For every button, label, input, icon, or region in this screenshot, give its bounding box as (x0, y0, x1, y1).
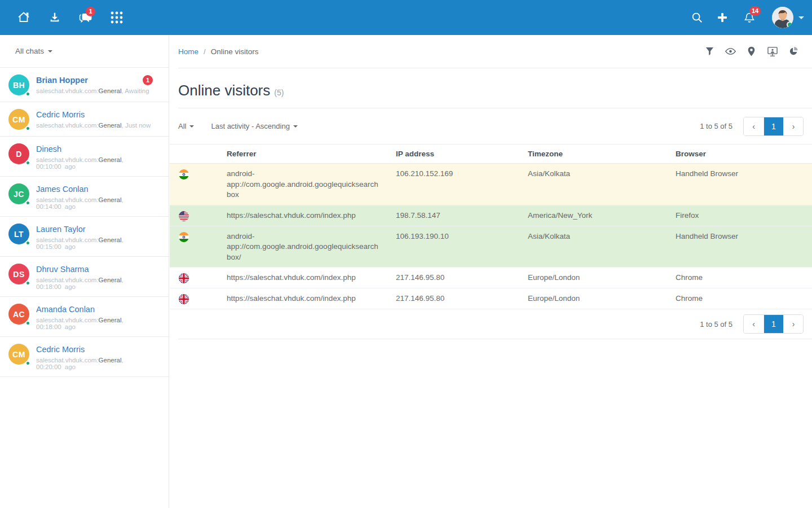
online-dot (25, 91, 30, 97)
chat-meta: , Awaiting (122, 87, 149, 94)
download-button[interactable] (39, 0, 70, 35)
chat-site: saleschat.vhduk.com: (36, 196, 99, 203)
pager: ‹ 1 › (743, 314, 804, 334)
online-dot (25, 160, 30, 165)
pagination-bottom: 1 to 5 of 5 ‹ 1 › (700, 314, 804, 334)
visitors-table: Referrer IP address Timezone Browser and… (170, 144, 812, 309)
chat-item-brian-hopper[interactable]: BH Brian Hopper saleschat.vhduk.com:Gene… (0, 68, 169, 102)
plus-icon (717, 12, 728, 23)
chat-ago: ago (65, 323, 76, 330)
home-button[interactable] (8, 0, 39, 35)
breadcrumb-home-link[interactable]: Home (178, 47, 198, 56)
visitor-row[interactable]: android-app://com.google.android.googleq… (170, 164, 812, 205)
user-menu[interactable] (772, 7, 804, 28)
timezone-cell: Asia/Kolkata (528, 226, 676, 268)
pager: ‹ 1 › (743, 117, 804, 136)
chat-group: General (99, 317, 122, 323)
chat-name: Cedric Morris (36, 344, 160, 354)
filter-icon[interactable] (699, 40, 720, 63)
page-1-button[interactable]: 1 (764, 315, 783, 333)
chat-item-cedric-morris-2[interactable]: CM Cedric Morris saleschat.vhduk.com:Gen… (0, 337, 169, 377)
prev-page-button[interactable]: ‹ (744, 315, 764, 333)
grid-icon (109, 10, 124, 25)
chat-group: General (99, 357, 122, 364)
avatar-initials: BH (13, 81, 25, 90)
chat-body: Lauren Taylor saleschat.vhduk.com:Genera… (36, 224, 160, 250)
sort-dropdown[interactable]: Last activity - Ascending (211, 122, 297, 130)
search-button[interactable] (684, 0, 709, 35)
flag-india-icon (179, 232, 189, 242)
pie-chart-icon[interactable] (783, 40, 804, 63)
unread-badge: 1 (143, 75, 153, 85)
all-chats-dropdown[interactable]: All chats (0, 35, 169, 68)
user-online-dot (787, 21, 793, 28)
online-dot (25, 200, 30, 205)
chat-body: Brian Hopper saleschat.vhduk.com:General… (36, 75, 149, 94)
referrer-cell: android-app://com.google.android.googleq… (227, 164, 396, 205)
table-header-row: Referrer IP address Timezone Browser (170, 144, 812, 164)
chat-item-lauren-taylor[interactable]: LT Lauren Taylor saleschat.vhduk.com:Gen… (0, 217, 169, 257)
eye-icon[interactable] (720, 40, 741, 63)
flag-uk-icon (179, 294, 189, 304)
chat-site: saleschat.vhduk.com: (36, 122, 99, 129)
divider (178, 339, 812, 339)
apps-button[interactable] (101, 0, 132, 35)
visitor-row[interactable]: https://saleschat.vhduk.com/index.php 21… (170, 268, 812, 288)
chat-meta: , Just now (122, 122, 151, 129)
prev-page-button[interactable]: ‹ (744, 117, 764, 135)
chat-item-dhruv-sharma[interactable]: DS Dhruv Sharma saleschat.vhduk.com:Gene… (0, 257, 169, 297)
avatar: CM (8, 344, 29, 365)
referrer-cell: https://saleschat.vhduk.com/index.php (227, 288, 396, 309)
timezone-cell: Europe/London (528, 288, 676, 309)
chat-item-james-conlan[interactable]: JC James Conlan saleschat.vhduk.com:Gene… (0, 177, 169, 217)
avatar: LT (8, 224, 29, 244)
visitor-row[interactable]: android-app://com.google.android.googleq… (170, 226, 812, 268)
next-page-button[interactable]: › (783, 315, 803, 333)
chat-item-amanda-conlan[interactable]: AC Amanda Conlan saleschat.vhduk.com:Gen… (0, 297, 169, 337)
country-cell (170, 268, 227, 288)
avatar: BH (8, 75, 29, 95)
page-header: Online visitors (5) (170, 68, 812, 108)
country-column-header (170, 144, 227, 164)
chats-button[interactable]: 1 (70, 0, 101, 35)
filter-all-dropdown[interactable]: All (178, 122, 194, 130)
visitor-row[interactable]: https://saleschat.vhduk.com/index.php 21… (170, 288, 812, 309)
timezone-cell: America/New_York (528, 205, 676, 226)
chat-body: Dhruv Sharma saleschat.vhduk.com:General… (36, 264, 160, 290)
chat-item-dinesh[interactable]: D Dinesh saleschat.vhduk.com:General, 00… (0, 137, 169, 177)
next-page-button[interactable]: › (783, 117, 803, 135)
chat-subtitle: saleschat.vhduk.com:General, Just now (36, 122, 151, 129)
location-pin-icon[interactable] (741, 40, 762, 63)
chat-site: saleschat.vhduk.com: (36, 237, 99, 243)
avatar-initials: CM (12, 350, 25, 359)
screenshare-icon[interactable] (762, 40, 783, 63)
chat-site: saleschat.vhduk.com: (36, 156, 99, 163)
chat-subtitle: saleschat.vhduk.com:General, Awaiting (36, 87, 149, 94)
timezone-cell: Asia/Kolkata (528, 164, 676, 205)
online-dot (25, 361, 30, 366)
country-cell (170, 288, 227, 309)
chat-body: James Conlan saleschat.vhduk.com:General… (36, 183, 160, 210)
ip-cell: 106.193.190.10 (396, 226, 528, 268)
sort-label: Last activity - Ascending (211, 122, 289, 130)
avatar: JC (8, 183, 29, 204)
chat-subtitle: saleschat.vhduk.com:General, 00:15:00ago (36, 237, 160, 250)
chat-name: James Conlan (36, 184, 160, 194)
avatar: DS (8, 264, 29, 284)
page-action-icons (699, 40, 804, 63)
main-content: Home / Online visitors Online visitors (… (170, 35, 812, 508)
chat-item-cedric-morris[interactable]: CM Cedric Morris saleschat.vhduk.com:Gen… (0, 102, 169, 137)
search-icon (691, 11, 703, 24)
page-1-button[interactable]: 1 (764, 117, 783, 135)
chat-site: saleschat.vhduk.com: (36, 317, 99, 323)
chat-group: General (99, 196, 122, 203)
browser-cell: Chrome (676, 288, 812, 309)
ip-cell: 198.7.58.147 (396, 205, 528, 226)
chat-ago: ago (65, 163, 76, 170)
chevron-down-icon (48, 50, 52, 52)
chat-group: General (99, 122, 122, 129)
visitor-row[interactable]: https://saleschat.vhduk.com/index.php 19… (170, 205, 812, 226)
add-button[interactable] (709, 0, 735, 35)
chat-ago: ago (65, 364, 76, 370)
notifications-button[interactable]: 14 (735, 0, 764, 35)
